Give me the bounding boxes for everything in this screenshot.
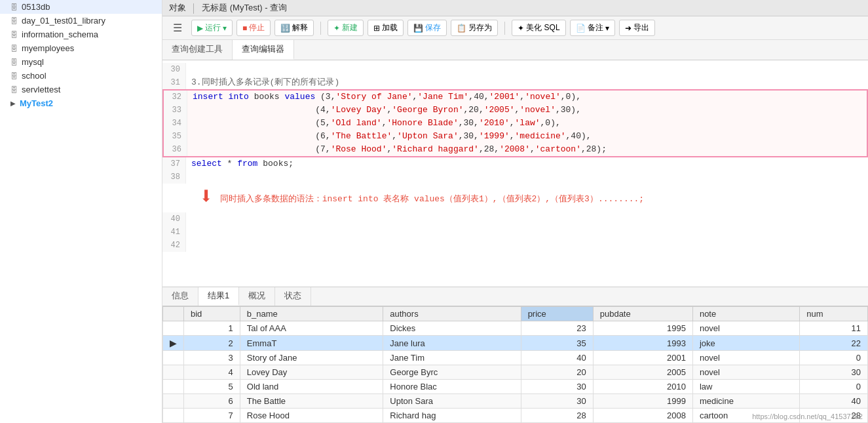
- col-indicator: [163, 307, 184, 321]
- cell-price: 30: [521, 394, 593, 409]
- cell-price: 20: [521, 365, 593, 380]
- save-button[interactable]: 💾 保存: [407, 20, 447, 36]
- db-icon: 🗄: [10, 45, 18, 52]
- table-row[interactable]: 4 Lovey Day George Byrc 20 2005 novel 30: [163, 365, 868, 380]
- sidebar-item-mytest2[interactable]: ▶ MyTest2: [0, 96, 162, 110]
- tab-overview[interactable]: 概况: [239, 287, 275, 306]
- code-line-32: 32 insert into books values (3,'Story of…: [164, 91, 867, 104]
- title-bar: 对象 │ 无标题 (MyTest) - 查询: [162, 0, 868, 16]
- sidebar-item-school[interactable]: 🗄 school: [0, 69, 162, 83]
- bottom-tabs-area: 信息 结果1 概况 状态 bid b_name authors price pu…: [162, 287, 868, 423]
- save-as-icon: 📋: [457, 24, 466, 33]
- explain-icon: 🔢: [280, 24, 290, 33]
- comment-icon: 📄: [576, 24, 586, 33]
- table-row[interactable]: 1 Tal of AAA Dickes 23 1995 novel 11: [163, 321, 868, 336]
- sidebar-item-mysql[interactable]: 🗄 mysql: [0, 55, 162, 69]
- cell-bname: Story of Jane: [240, 351, 383, 365]
- bottom-tab-bar: 信息 结果1 概况 状态: [162, 287, 868, 306]
- code-line-31: 31 3.同时插入多条记录(剩下的所有记录): [162, 76, 868, 89]
- cell-bname: Tal of AAA: [240, 321, 383, 336]
- code-editor-area: 30 31 3.同时插入多条记录(剩下的所有记录) 32 insert into…: [162, 60, 868, 287]
- run-icon: ▶: [197, 24, 203, 33]
- row-indicator: [163, 409, 184, 423]
- table-row[interactable]: 6 The Battle Upton Sara 30 1999 medicine…: [163, 394, 868, 409]
- tab-query-editor[interactable]: 查询编辑器: [233, 40, 294, 60]
- col-authors: authors: [383, 307, 521, 321]
- cell-num: 22: [800, 336, 868, 351]
- row-indicator: ▶: [163, 336, 184, 351]
- cell-authors: Honore Blac: [383, 380, 521, 394]
- col-price: price: [521, 307, 593, 321]
- sidebar-item-information-schema[interactable]: 🗄 information_schema: [0, 28, 162, 41]
- tab-status[interactable]: 状态: [275, 287, 311, 306]
- comment-button[interactable]: 📄 备注 ▾: [570, 20, 615, 36]
- cell-authors: Jane lura: [383, 336, 521, 351]
- cell-pubdate: 2001: [593, 351, 692, 365]
- highlighted-sql-block: 32 insert into books values (3,'Story of…: [162, 89, 868, 157]
- code-editor[interactable]: 30 31 3.同时插入多条记录(剩下的所有记录) 32 insert into…: [162, 60, 868, 287]
- cell-note: novel: [692, 365, 799, 380]
- new-button[interactable]: ✦ 新建: [328, 20, 364, 36]
- cell-price: 28: [521, 409, 593, 423]
- code-line-35: 35 (6,'The Battle','Upton Sara',30,'1999…: [164, 130, 867, 143]
- col-num: num: [800, 307, 868, 321]
- code-line-42: 42: [162, 239, 868, 252]
- cell-bid: 1: [184, 321, 240, 336]
- db-icon: 🗄: [10, 3, 18, 11]
- sidebar-item-0513db[interactable]: 🗄 0513db: [0, 0, 162, 14]
- comment-dropdown-icon: ▾: [605, 24, 609, 33]
- cell-bname: The Battle: [240, 394, 383, 409]
- cell-num: 40: [800, 394, 868, 409]
- query-tab-bar: 查询创建工具 查询编辑器: [162, 40, 868, 60]
- cell-authors: Upton Sara: [383, 394, 521, 409]
- row-indicator: [163, 365, 184, 380]
- cell-authors: Richard hag: [383, 409, 521, 423]
- table-row[interactable]: ▶ 2 EmmaT Jane lura 35 1993 joke 22: [163, 336, 868, 351]
- menu-button[interactable]: ☰: [168, 19, 187, 37]
- tab-info[interactable]: 信息: [162, 287, 198, 306]
- watermark: https://blog.csdn.net/qq_41537102: [752, 413, 863, 420]
- top-toolbar: ☰ ▶ 运行 ▾ ■ 停止 🔢 解释 ✦ 新建 ⊞ 加载 💾 保存 📋 另: [162, 16, 868, 40]
- table-row[interactable]: 5 Old land Honore Blac 30 2010 law 0: [163, 380, 868, 394]
- run-button[interactable]: ▶ 运行 ▾: [191, 20, 233, 36]
- stop-button[interactable]: ■ 停止: [236, 20, 271, 36]
- sidebar-item-servlettest[interactable]: 🗄 servlettest: [0, 83, 162, 96]
- cell-bname: Rose Hood: [240, 409, 383, 423]
- sidebar: 🗄 0513db 🗄 day_01_test01_library 🗄 infor…: [0, 0, 162, 423]
- table-row[interactable]: 3 Story of Jane Jane Tim 40 2001 novel 0: [163, 351, 868, 365]
- db-icon: 🗄: [10, 86, 18, 94]
- sidebar-item-day01[interactable]: 🗄 day_01_test01_library: [0, 14, 162, 28]
- cell-pubdate: 2010: [593, 380, 692, 394]
- arrow-hint-area: ⬇ 同时插入多条数据的语法：insert into 表名称 values（值列表…: [162, 184, 868, 212]
- tab-query-create[interactable]: 查询创建工具: [162, 40, 233, 60]
- explain-button[interactable]: 🔢 解释: [274, 20, 314, 36]
- db-icon: 🗄: [10, 17, 18, 25]
- cell-pubdate: 1999: [593, 394, 692, 409]
- code-line-36: 36 (7,'Rose Hood','Richard haggard',28,'…: [164, 143, 867, 156]
- cell-authors: Dickes: [383, 321, 521, 336]
- save-as-button[interactable]: 📋 另存为: [451, 20, 498, 36]
- main-area: 对象 │ 无标题 (MyTest) - 查询 ☰ ▶ 运行 ▾ ■ 停止 🔢 解…: [162, 0, 868, 423]
- new-icon: ✦: [333, 24, 340, 33]
- window-title: 无标题 (MyTest) - 查询: [202, 2, 287, 14]
- cell-num: 0: [800, 380, 868, 394]
- run-dropdown-icon: ▾: [223, 24, 227, 33]
- separator2: [504, 22, 505, 35]
- col-bid: bid: [184, 307, 240, 321]
- cell-bid: 7: [184, 409, 240, 423]
- beautify-icon: ✦: [518, 24, 524, 33]
- sidebar-item-myemployees[interactable]: 🗄 myemployees: [0, 41, 162, 55]
- result-table: bid b_name authors price pubdate note nu…: [162, 306, 868, 423]
- col-pubdate: pubdate: [593, 307, 692, 321]
- save-icon: 💾: [413, 24, 423, 33]
- cell-bid: 2: [184, 336, 240, 351]
- cell-bid: 4: [184, 365, 240, 380]
- cell-num: 11: [800, 321, 868, 336]
- tab-result1[interactable]: 结果1: [198, 287, 239, 306]
- beautify-button[interactable]: ✦ 美化 SQL: [512, 20, 565, 36]
- cell-bname: Old land: [240, 380, 383, 394]
- cell-pubdate: 1993: [593, 336, 692, 351]
- code-line-40: 40: [162, 212, 868, 226]
- load-button[interactable]: ⊞ 加载: [368, 20, 404, 36]
- export-button[interactable]: ➜ 导出: [619, 20, 655, 36]
